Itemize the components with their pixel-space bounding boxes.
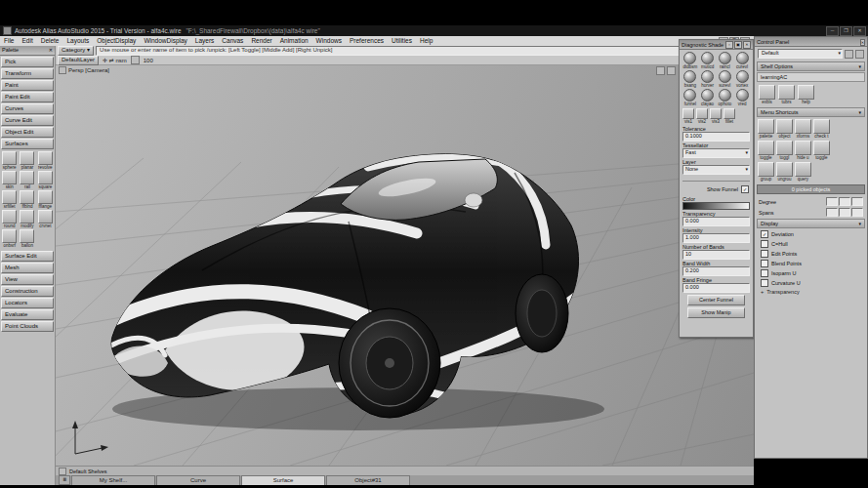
shader-ophoto[interactable]: ophoto <box>717 88 734 106</box>
preset-save-icon[interactable] <box>845 50 853 59</box>
value-cell[interactable] <box>851 208 863 217</box>
palette-section-locators[interactable]: Locators <box>1 298 54 308</box>
band-fringe-input[interactable]: 0.000 <box>682 283 750 293</box>
cp-tool-object[interactable]: object <box>776 119 793 139</box>
menu-preferences[interactable]: Preferences <box>346 36 388 46</box>
intensity-input[interactable]: 1.000 <box>682 233 750 243</box>
band-width-input[interactable]: 0.200 <box>682 266 750 276</box>
palette-section-evaluate[interactable]: Evaluate <box>1 309 54 320</box>
cp-tool-hide-u[interactable]: hide u <box>795 141 811 160</box>
menu-file[interactable]: File <box>0 36 18 46</box>
value-cell[interactable] <box>839 197 850 206</box>
palette-section-curves[interactable]: Curves <box>1 103 54 114</box>
shader-muticd[interactable]: muticd <box>699 51 717 69</box>
palette-section-construction[interactable]: Construction <box>1 286 54 297</box>
menu-edit[interactable]: Edit <box>18 36 36 46</box>
cp-tool-toggl[interactable]: toggl <box>776 141 793 160</box>
viewport-maximize-icon[interactable] <box>667 66 676 75</box>
blend-points-checkbox[interactable] <box>761 260 768 267</box>
shader-vred[interactable]: vred <box>733 88 751 106</box>
category-dropdown[interactable]: Category ▾ <box>58 46 94 56</box>
default-layer-button[interactable]: DefaultLayer <box>58 56 99 65</box>
palette-close-icon[interactable]: ✕ <box>49 46 53 55</box>
menu-shortcuts-bar[interactable]: Menu Shortcuts ▾ <box>757 107 865 117</box>
cp-tool-xforms[interactable]: xforms <box>795 119 811 139</box>
viewport-3d[interactable]: Persp [Camera] <box>56 65 754 466</box>
cp-tool-exbls[interactable]: exbls <box>759 85 775 104</box>
shelf-tab-surface[interactable]: Surface <box>241 475 325 485</box>
palette-tool-round[interactable]: round <box>1 210 18 228</box>
diag-close-icon[interactable]: ✕ <box>743 41 751 49</box>
menu-animation[interactable]: Animation <box>276 36 312 46</box>
layer-select[interactable]: None▾ <box>682 165 750 175</box>
shader-dtdbsm[interactable]: dtdbsm <box>682 51 699 69</box>
isoparm-u-checkbox[interactable] <box>761 269 768 277</box>
palette-tool-planar[interactable]: planar <box>19 151 35 170</box>
menu-utilities[interactable]: Utilities <box>388 36 416 46</box>
palette-tool-rail[interactable]: rail <box>19 171 35 189</box>
minimize-button[interactable]: ─ <box>826 26 839 36</box>
shader-horver[interactable]: horver <box>699 69 717 88</box>
palette-section-surface-edit[interactable]: Surface Edit <box>1 251 54 262</box>
palette-tool-fflange[interactable]: fflange <box>37 190 54 209</box>
number-of-bands-input[interactable]: 10 <box>682 250 750 260</box>
value-cell[interactable] <box>839 208 850 217</box>
palette-tool-modify[interactable]: modify <box>19 210 35 228</box>
cp-tool-group[interactable]: group <box>758 162 774 182</box>
center-funnel-button[interactable]: Center Funnel <box>687 295 745 305</box>
palette-section-view[interactable]: View <box>1 274 54 285</box>
tolerance-input[interactable]: 0.1000 <box>682 132 750 142</box>
menu-canvas[interactable]: Canvas <box>218 36 247 46</box>
layer-controls[interactable]: ✛ ⇄ nsm <box>103 57 127 63</box>
color-ramp[interactable] <box>682 202 750 210</box>
palette-section-pick[interactable]: Pick <box>1 57 54 67</box>
value-cell[interactable] <box>826 208 838 217</box>
palette-section-point-clouds[interactable]: Point Clouds <box>1 321 54 332</box>
preset-dropdown[interactable]: Default ▾ <box>758 49 843 59</box>
show-funnel-row[interactable]: Show Funnel ✓ <box>680 183 753 195</box>
menu-layers[interactable]: Layers <box>191 36 219 46</box>
close-button[interactable]: ✕ <box>853 26 866 36</box>
palette-tool-ffblnd[interactable]: ffblnd <box>19 190 35 209</box>
transparency-row[interactable]: + Transparency <box>755 288 867 296</box>
menu-windows[interactable]: Windows <box>312 36 346 46</box>
value-cell[interactable] <box>826 197 838 206</box>
diag-pin-icon[interactable]: ▣ <box>734 41 742 49</box>
palette-tool-revolve[interactable]: revolve <box>37 151 54 170</box>
viewport-camera-label[interactable]: Persp [Camera] <box>59 66 109 74</box>
display-option-edit-points[interactable]: Edit Points <box>755 249 867 259</box>
menu-windowdisplay[interactable]: WindowDisplay <box>140 36 190 46</box>
shader-vortex[interactable]: vortex <box>733 69 751 88</box>
palette-section-paint-edit[interactable]: Paint Edit <box>1 92 54 102</box>
edit-points-checkbox[interactable] <box>761 250 768 258</box>
shelf-tab-my-shelf[interactable]: My Shelf... <box>71 475 155 485</box>
palette-tool-srfillet[interactable]: srfillet <box>1 190 18 209</box>
shelf-tab-object-31[interactable]: Object#31 <box>326 475 410 485</box>
preset-delete-icon[interactable] <box>855 50 864 59</box>
palette-section-curve-edit[interactable]: Curve Edit <box>1 115 54 126</box>
palette-section-transform[interactable]: Transform <box>1 68 54 79</box>
palette-tool-ballon[interactable]: ballon <box>19 229 35 248</box>
shelves-header[interactable]: Default Shelves <box>56 466 754 475</box>
display-option-c-hull[interactable]: C=Hull <box>755 239 867 249</box>
shelf-tab-curve[interactable]: Curve <box>156 475 240 485</box>
shader-vis2[interactable]: vis2 <box>696 108 708 124</box>
display-option-deviation[interactable]: ✓Deviation <box>755 229 867 239</box>
cp-tool-tubrs[interactable]: tubrs <box>778 85 795 104</box>
shelf-options-bar[interactable]: Shelf Options ▾ <box>757 61 865 71</box>
menu-render[interactable]: Render <box>247 36 275 46</box>
palette-tool-onbsrf[interactable]: onbsrf <box>1 229 18 248</box>
palette-header[interactable]: Palette ✕ <box>0 46 55 56</box>
show-funnel-checkbox[interactable]: ✓ <box>741 185 749 193</box>
control-panel-close-icon[interactable]: ✕ <box>860 39 865 46</box>
shader-bsang[interactable]: bsang <box>682 69 699 88</box>
palette-tool-sphere[interactable]: sphere <box>1 151 18 170</box>
display-option-curvature-u[interactable]: Curvature U <box>755 278 867 288</box>
viewport-minimize-icon[interactable] <box>656 66 665 75</box>
shader-funnel[interactable]: funnel <box>682 88 699 106</box>
shader-curevl[interactable]: curevl <box>733 51 751 69</box>
layer-symmetry-icon[interactable] <box>131 56 140 64</box>
shader-vis3[interactable]: vis3 <box>710 108 722 124</box>
cp-tool-toggle[interactable]: toggle <box>758 141 774 160</box>
palette-section-surfaces[interactable]: Surfaces <box>1 139 54 149</box>
